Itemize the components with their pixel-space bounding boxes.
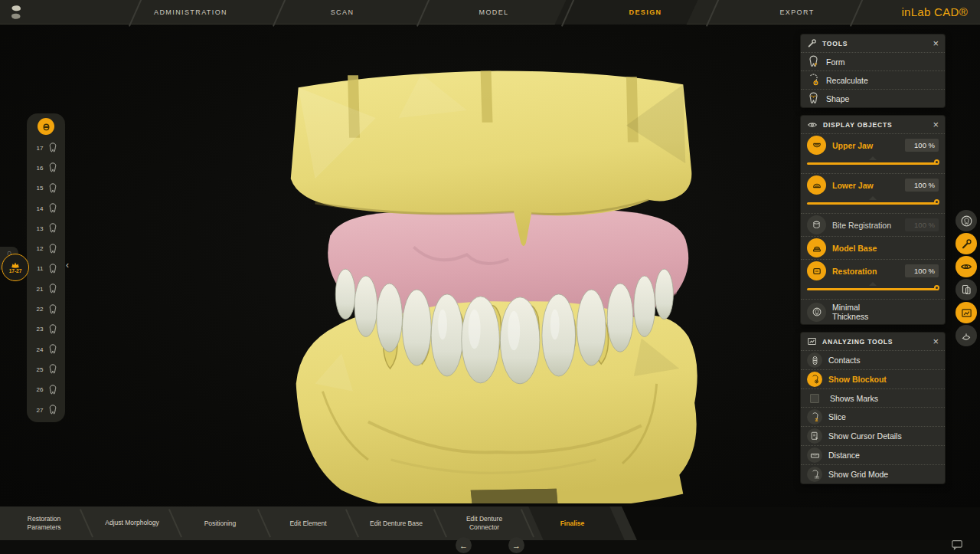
distance-icon[interactable]: [807, 447, 822, 463]
tab-export[interactable]: EXPORT: [721, 0, 873, 25]
tooth-icon: [47, 344, 58, 355]
analyzing-distance[interactable]: Distance: [801, 445, 945, 464]
analyzing-slice[interactable]: Slice: [801, 407, 945, 426]
step-finalise[interactable]: Finalise: [528, 506, 616, 540]
next-step-button[interactable]: →: [508, 537, 524, 553]
tooth-icon: [47, 385, 58, 395]
feedback-bubble-icon[interactable]: [951, 539, 963, 550]
restoration-range-badge[interactable]: 17-27: [2, 254, 29, 281]
collapse-toothbar-button[interactable]: ‹: [66, 260, 69, 270]
tooth-item-14[interactable]: 14: [27, 198, 65, 218]
lower-jaw-icon[interactable]: [807, 175, 826, 195]
upper-jaw-icon[interactable]: [807, 136, 826, 155]
slider-handle[interactable]: [934, 159, 939, 165]
analyzing-tools-header: ANALYZING TOOLS ×: [801, 333, 945, 350]
tooth-item-27[interactable]: 27: [27, 400, 65, 420]
restoration-opacity-slider[interactable]: [807, 283, 939, 294]
analyzing-tools-panel: ANALYZING TOOLS × Contacts Show Blockout…: [801, 333, 945, 484]
tool-form[interactable]: Form: [801, 52, 945, 70]
model-base-icon[interactable]: [807, 238, 826, 257]
tooth-item-25[interactable]: 25: [27, 359, 65, 379]
grid-mode-icon[interactable]: [807, 467, 822, 482]
slider-handle[interactable]: [934, 285, 939, 290]
display-object-upper-jaw: Upper Jaw 100 %: [801, 133, 945, 169]
step-adjust-morphology[interactable]: Adjust Morphology: [88, 506, 176, 540]
analyzing-tools-toggle-button[interactable]: [956, 302, 977, 323]
workflow-steps: Restoration Parameters Adjust Morphology…: [0, 506, 616, 540]
lower-jaw-row[interactable]: Lower Jaw 100 %: [801, 174, 945, 196]
step-edit-denture-base[interactable]: Edit Denture Base: [352, 506, 440, 540]
tooth-item-24[interactable]: 24: [27, 339, 65, 359]
bite-registration-row[interactable]: Bite Registration 100 %: [801, 213, 945, 236]
tooth-item-21[interactable]: 21: [27, 279, 65, 299]
slider-handle[interactable]: [934, 199, 939, 205]
tooth-icon: [47, 405, 58, 415]
slice-icon[interactable]: [807, 409, 822, 425]
wrench-icon: [807, 38, 817, 48]
model-base-row[interactable]: Model Base: [801, 236, 945, 259]
step-positioning[interactable]: Positioning: [176, 506, 264, 540]
contacts-icon[interactable]: [807, 352, 822, 368]
show-blockout-icon[interactable]: [807, 372, 822, 387]
close-icon[interactable]: ×: [933, 336, 939, 346]
previous-step-button[interactable]: ←: [456, 537, 472, 553]
minimal-thickness-icon[interactable]: [807, 303, 826, 322]
tab-scan[interactable]: SCAN: [266, 0, 418, 25]
bottom-strip: [0, 540, 980, 554]
restoration-opacity-value[interactable]: 100 %: [905, 264, 939, 277]
tooth-item-16[interactable]: 16: [27, 158, 65, 178]
recalculate-icon: [807, 74, 820, 87]
grab-view-button[interactable]: [956, 325, 977, 346]
bite-registration-opacity-value: 100 %: [905, 218, 939, 231]
tooth-item-26[interactable]: 26: [27, 380, 65, 400]
tooth-item-22[interactable]: 22: [27, 299, 65, 319]
bite-registration-icon[interactable]: [807, 215, 826, 234]
minimal-thickness-row[interactable]: Minimal Thickness: [801, 299, 945, 324]
upper-jaw-opacity-slider[interactable]: [807, 157, 939, 169]
tooth-icon: [47, 364, 58, 375]
analyzing-contacts[interactable]: Contacts: [801, 350, 945, 369]
tooth-item-12[interactable]: 12: [27, 238, 65, 258]
step-edit-element[interactable]: Edit Element: [264, 506, 352, 540]
tooth-icon: [47, 324, 58, 335]
display-object-lower-jaw: Lower Jaw 100 %: [801, 173, 945, 208]
tool-shape[interactable]: Shape: [801, 89, 945, 107]
restoration-icon[interactable]: [807, 261, 826, 280]
close-icon[interactable]: ×: [933, 120, 939, 129]
lower-jaw-opacity-value[interactable]: 100 %: [905, 179, 939, 192]
step-edit-denture-connector[interactable]: Edit Denture Connector: [440, 506, 528, 540]
restoration-row[interactable]: Restoration 100 %: [801, 260, 945, 282]
side-toolbar: [956, 210, 977, 346]
tooth-item-23[interactable]: 23: [27, 320, 65, 339]
tooth-selector-bar: 17 16 15 14 13 12 11 21 22 23 24 25 26 2…: [27, 113, 65, 422]
step-restoration-parameters[interactable]: Restoration Parameters: [0, 506, 88, 540]
shows-marks-checkbox[interactable]: [810, 394, 819, 403]
tab-design[interactable]: DESIGN: [570, 0, 721, 25]
workflow-bar: Restoration Parameters Adjust Morphology…: [0, 506, 648, 540]
upper-jaw-row[interactable]: Upper Jaw 100 %: [801, 133, 945, 156]
tab-model[interactable]: MODEL: [418, 0, 570, 25]
close-icon[interactable]: ×: [933, 38, 939, 48]
cursor-details-icon[interactable]: [807, 428, 822, 444]
tooth-icon: [47, 203, 58, 214]
tooth-item-13[interactable]: 13: [27, 218, 65, 238]
tooth-item-11[interactable]: 11: [27, 259, 65, 279]
tools-panel-header: TOOLS ×: [801, 34, 945, 52]
tool-recalculate[interactable]: Recalculate: [801, 70, 945, 89]
analyzing-show-blockout[interactable]: Show Blockout: [801, 369, 945, 388]
display-object-restoration: Restoration 100 %: [801, 259, 945, 294]
tools-toggle-button[interactable]: [956, 233, 977, 254]
catalog-button[interactable]: [956, 279, 977, 300]
denture-arch-icon[interactable]: [38, 118, 54, 135]
restoration-tools-button[interactable]: [956, 210, 977, 231]
analyzing-show-grid-mode[interactable]: Show Grid Mode: [801, 464, 945, 484]
analyzing-show-cursor-details[interactable]: Show Cursor Details: [801, 426, 945, 445]
upper-jaw-opacity-value[interactable]: 100 %: [905, 139, 939, 152]
jaw-model[interactable]: [270, 63, 710, 503]
tooth-item-17[interactable]: 17: [27, 138, 65, 158]
tooth-item-15[interactable]: 15: [27, 179, 65, 198]
lower-jaw-opacity-slider[interactable]: [807, 197, 939, 208]
analyzing-shows-marks[interactable]: Shows Marks: [801, 388, 945, 407]
shape-tooth-icon: [807, 92, 820, 105]
display-objects-toggle-button[interactable]: [956, 256, 977, 277]
